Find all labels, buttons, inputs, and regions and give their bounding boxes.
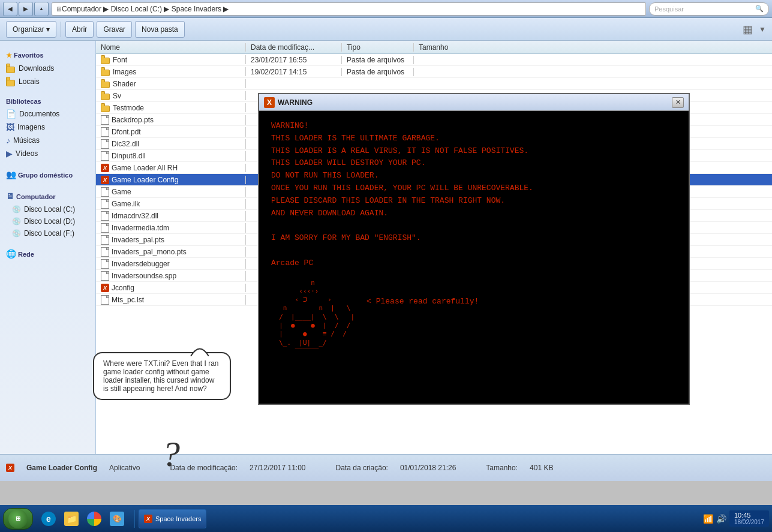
burn-button[interactable]: Gravar <box>97 21 132 38</box>
video-icon: ▶ <box>6 149 13 158</box>
taskbar: ⊞ e 📁 🎨 X Space Invaders 📶 🔊 10:45 18/02… <box>0 505 772 532</box>
file-name-cell: X Jconfig <box>96 284 246 292</box>
system-clock[interactable]: 10:45 18/02/2017 <box>729 510 769 527</box>
sidebar-item-downloads[interactable]: Downloads <box>0 62 95 75</box>
file-name-cell: X Game Loader Config <box>96 176 246 184</box>
file-date-cell: 19/02/2017 14:15 <box>246 68 342 76</box>
warning-line8: AND NEVER DOWNLOAD AGAIN. <box>271 208 677 220</box>
file-name-cell: Dic32.dll <box>96 139 246 149</box>
search-bar[interactable]: Pesquisar 🔍 <box>649 2 769 16</box>
status-size: 401 KB <box>530 464 553 472</box>
status-date-created-label: Data da criação: <box>336 464 388 472</box>
open-button[interactable]: Abrir <box>65 21 94 38</box>
warning-text-block: WARNING! THIS LOADER IS THE ULTIMATE GAR… <box>271 120 677 270</box>
file-name-cell: Dinput8.dll <box>96 151 246 161</box>
file-name-text: Invaders_pal.pts <box>112 236 164 244</box>
column-name[interactable]: Nome <box>96 43 246 52</box>
file-name-text: Game Loader Config <box>112 176 178 184</box>
table-row[interactable]: Images 19/02/2017 14:15 Pasta de arquivo… <box>96 66 772 78</box>
taskbar-open-item[interactable]: X Space Invaders <box>139 509 206 528</box>
exe-icon: X <box>101 164 109 172</box>
group-icon: 👥 <box>6 170 16 179</box>
column-type[interactable]: Tipo <box>342 43 414 52</box>
images-icon: 🖼 <box>6 122 14 132</box>
file-name-cell: Invaders_pal_mono.pts <box>96 247 246 257</box>
file-icon <box>101 127 109 137</box>
folder-downloads-icon <box>6 64 16 73</box>
sidebar-item-disco-c[interactable]: 💿 Disco Local (C:) <box>0 203 95 215</box>
taskbar-paint-icon[interactable]: 🎨 <box>106 509 128 528</box>
status-bar: X Game Loader Config Aplicativo Data de … <box>0 454 772 481</box>
table-row[interactable]: Font 23/01/2017 16:55 Pasta de arquivos <box>96 54 772 66</box>
warning-line1: WARNING! <box>271 120 677 133</box>
dialog-close-button[interactable]: ✕ <box>672 97 684 108</box>
file-name-cell: Backdrop.pts <box>96 115 246 125</box>
sidebar-item-disco-f[interactable]: 💿 Disco Local (F:) <box>0 227 95 239</box>
organize-label: Organizar ▾ <box>13 25 50 34</box>
file-name-cell: Invadersoundse.spp <box>96 271 246 281</box>
column-size[interactable]: Tamanho <box>414 43 474 52</box>
status-apptype: Aplicativo <box>109 464 140 472</box>
file-name-text: Testmode <box>113 104 144 112</box>
please-read-text: < Please read carefully! <box>367 297 479 306</box>
dialog-titlebar: X WARNING ✕ <box>259 94 689 111</box>
status-size-label: Tamanho: <box>486 464 518 472</box>
table-row[interactable]: Shader <box>96 78 772 90</box>
start-button[interactable]: ⊞ <box>3 508 33 530</box>
warning-line3: THIS LOADER IS A REAL VIRUS, IT IS NOT F… <box>271 145 677 158</box>
view-options-icon[interactable]: ▼ <box>759 25 766 34</box>
system-tray: 📶 🔊 10:45 18/02/2017 <box>703 510 769 527</box>
sidebar-item-documentos[interactable]: 📄 Documentos <box>0 107 95 121</box>
folder-icon <box>101 103 110 112</box>
file-name-cell: Game <box>96 187 246 197</box>
file-name-text: Invaders_pal_mono.pts <box>112 248 187 256</box>
file-name-text: Dfont.pdt <box>112 128 141 136</box>
file-icon <box>101 223 109 233</box>
up-button[interactable]: ▲ <box>34 2 49 16</box>
sidebar-item-musicas[interactable]: ♪ Músicas <box>0 134 95 147</box>
organize-button[interactable]: Organizar ▾ <box>6 21 56 38</box>
file-icon <box>101 151 109 161</box>
sidebar-item-imagens[interactable]: 🖼 Imagens <box>0 121 95 134</box>
dialog-title-text: WARNING <box>278 98 669 107</box>
taskbar-ie-icon[interactable]: e <box>38 509 59 528</box>
taskbar-explorer-icon[interactable]: 📁 <box>61 509 82 528</box>
file-name-text: Game Loader All RH <box>112 164 178 172</box>
music-icon: ♪ <box>6 136 10 145</box>
top-navigation-bar: ◀ ▶ ▲ 🖥 Computador ▶ Disco Local (C:) ▶ … <box>0 0 772 18</box>
breadcrumb[interactable]: 🖥 Computador ▶ Disco Local (C:) ▶ Space … <box>52 2 646 16</box>
back-button[interactable]: ◀ <box>3 2 17 16</box>
file-icon <box>101 259 109 269</box>
sidebar-item-videos[interactable]: ▶ Vídeos <box>0 147 95 160</box>
file-name-text: Mts_pc.lst <box>112 296 144 304</box>
new-folder-button[interactable]: Nova pasta <box>135 21 185 38</box>
file-name-text: Images <box>113 68 136 76</box>
disk-f-icon: 💿 <box>12 229 21 238</box>
forward-button[interactable]: ▶ <box>19 2 33 16</box>
taskbar-chrome-icon[interactable] <box>83 509 105 528</box>
burn-label: Gravar <box>103 25 125 34</box>
file-name-cell: Invadermedia.tdm <box>96 223 246 233</box>
file-name-text: Dic32.dll <box>112 140 139 148</box>
sidebar: ★ Favoritos Downloads Locais Bibliotecas… <box>0 41 96 454</box>
file-list-header: Nome Data de modificaç... Tipo Tamanho <box>96 41 772 54</box>
breadcrumb-text: Computador ▶ Disco Local (C:) ▶ Space In… <box>62 5 229 13</box>
sidebar-item-disco-d[interactable]: 💿 Disco Local (D:) <box>0 215 95 227</box>
file-icon <box>101 211 109 221</box>
file-name-cell: Shader <box>96 79 246 88</box>
column-date[interactable]: Data de modificaç... <box>246 43 342 52</box>
open-label: Abrir <box>72 25 87 34</box>
view-toggle-icon[interactable]: ▦ <box>743 23 753 36</box>
speech-bubble: Where were TXT.ini? Even that I ran game… <box>93 352 231 400</box>
sidebar-item-locais[interactable]: Locais <box>0 75 95 88</box>
ascii-art: n ‹‹‹·› ‹ Ↄ › n n | \ / |____| \ \ | | ●… <box>271 279 355 356</box>
folder-icon <box>101 55 110 64</box>
tray-volume-icon: 🔊 <box>716 514 726 524</box>
search-icon: 🔍 <box>755 5 764 13</box>
computer-icon: 🖥 <box>6 191 14 201</box>
warning-line6: ONCE YOU RUN THIS LOADER, YOUR PC WILL B… <box>271 182 677 195</box>
sidebar-section-favorites: ★ Favoritos <box>0 47 95 62</box>
status-icon: X <box>6 464 14 472</box>
file-icon <box>101 199 109 209</box>
toolbar-separator <box>61 22 61 37</box>
